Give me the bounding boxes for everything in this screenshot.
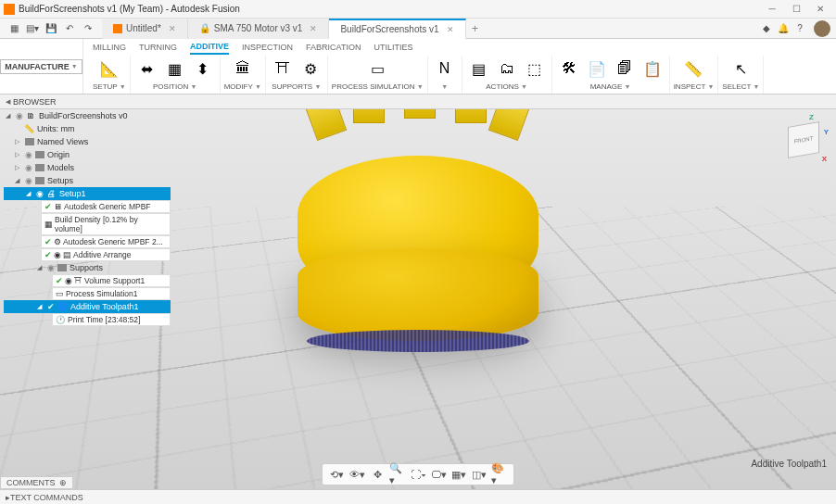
viewcube-face[interactable]: FRONT [788, 121, 819, 158]
tree-setup1[interactable]: ◢ ◉ 🖨 Setup1 [4, 187, 171, 200]
app-icon [4, 4, 15, 15]
tool-button[interactable]: ⛩ [270, 56, 296, 82]
tree-label: Autodesk Generic MPBF 2... [63, 237, 163, 246]
tree-item[interactable]: ▦Build Density [0.12% by volume] [41, 213, 171, 235]
tree-units[interactable]: 📏 Units: mm [4, 122, 171, 135]
apps-grid-icon[interactable]: ▦ [6, 20, 22, 37]
zoom-button[interactable]: 🔍▾ [389, 466, 406, 483]
fit-button[interactable]: ⛶▾ [410, 466, 426, 483]
expand-arrow-icon[interactable]: ◢ [26, 190, 33, 197]
ribbon-tab-milling[interactable]: MILLING [93, 41, 126, 54]
ribbon-tab-turning[interactable]: TURNING [139, 41, 177, 54]
visibility-icon[interactable]: ◉ [54, 250, 61, 259]
tool-button[interactable]: 🏛 [230, 56, 256, 82]
tree-models[interactable]: ▷ ◉ Models [4, 161, 171, 174]
viewport-button[interactable]: ◫▾ [471, 466, 488, 483]
grid-button[interactable]: ▦▾ [450, 466, 467, 483]
close-icon[interactable]: ✕ [447, 25, 454, 34]
tool-button[interactable]: 🗂 [494, 56, 520, 82]
extensions-button[interactable]: ◆ [758, 20, 775, 37]
ribbon-tab-inspection[interactable]: INSPECTION [242, 41, 293, 54]
orbit-button[interactable]: ⟲▾ [328, 466, 345, 483]
file-menu-button[interactable]: ▤▾ [24, 20, 41, 37]
visibility-icon[interactable]: ◉ [36, 189, 44, 198]
tree-item[interactable]: ✔⚙Autodesk Generic MPBF 2... [41, 235, 171, 248]
avatar[interactable] [814, 20, 830, 37]
tree-print-time[interactable]: 🕐Print Time [23:48:52] [52, 313, 171, 326]
tool-button[interactable]: ↖ [728, 56, 754, 82]
render-button[interactable]: 🎨▾ [491, 466, 508, 483]
view-cube[interactable]: Z Y X FRONT [780, 115, 827, 161]
expand-arrow-icon[interactable]: ▷ [15, 138, 22, 145]
ribbon-tab-additive[interactable]: ADDITIVE [190, 40, 229, 55]
axis-y-label: Y [824, 128, 829, 136]
expand-arrow-icon[interactable]: ▷ [15, 151, 22, 158]
comments-panel-toggle[interactable]: COMMENTS ⊕ [0, 476, 73, 489]
tool-button[interactable]: ▭ [364, 56, 390, 82]
visibility-icon[interactable]: ◉ [65, 276, 72, 285]
doc-tab-sma750[interactable]: 🔒 SMA 750 Motor v3 v1 ✕ [188, 19, 330, 39]
look-button[interactable]: 👁▾ [348, 466, 365, 483]
browser-header[interactable]: ◀ BROWSER [0, 94, 836, 109]
close-button[interactable]: ✕ [808, 1, 832, 18]
display-button[interactable]: 🖵▾ [430, 466, 447, 483]
workspace-switcher[interactable]: MANUFACTURE ▼ [0, 39, 83, 94]
text-commands-label[interactable]: TEXT COMMANDS [10, 493, 83, 502]
visibility-icon[interactable]: ◉ [16, 111, 23, 120]
tree-named-views[interactable]: ▷ Named Views [4, 135, 171, 148]
notifications-button[interactable]: 🔔 [775, 20, 792, 37]
tree-additive-toolpath[interactable]: ◢ ✔ 🌀 Additive Toolpath1 [4, 300, 171, 313]
doc-tab-untitled[interactable]: Untitled* ✕ [102, 19, 188, 39]
expand-arrow-icon[interactable]: ◢ [37, 264, 44, 271]
tree-item[interactable]: ✔◉▤Additive Arrange [41, 248, 171, 261]
close-icon[interactable]: ✕ [310, 24, 317, 33]
expand-arrow-icon[interactable]: ◢ [37, 303, 44, 310]
folder-icon [25, 138, 34, 145]
tool-group-label: SUPPORTS ▼ [272, 82, 321, 91]
new-tab-button[interactable]: + [466, 22, 485, 35]
tree-volume-support[interactable]: ✔◉⛩Volume Support1 [52, 274, 171, 287]
tree-root[interactable]: ◢ ◉ 🗎 BuildForScreenshots v0 [4, 109, 171, 122]
visibility-icon[interactable]: ◉ [47, 263, 55, 272]
collapse-arrow-icon[interactable]: ◀ [6, 98, 13, 106]
tool-button[interactable]: ⬚ [522, 56, 548, 82]
close-icon[interactable]: ✕ [169, 24, 176, 33]
tree-item[interactable]: ✔🖥Autodesk Generic MPBF [41, 200, 171, 213]
pan-button[interactable]: ✥ [369, 466, 386, 483]
tree-setups[interactable]: ◢ ◉ Setups [4, 174, 171, 187]
tool-button[interactable]: ⚙ [298, 56, 323, 82]
tool-button[interactable]: N [432, 56, 458, 82]
visibility-icon[interactable]: ◉ [25, 163, 32, 172]
model-3d[interactable] [298, 248, 538, 341]
tool-button[interactable]: ▤ [466, 56, 492, 82]
ribbon-tab-utilities[interactable]: UTILITIES [374, 41, 412, 54]
redo-button[interactable]: ↷ [80, 20, 96, 37]
tool-button[interactable]: 🗐 [612, 56, 638, 82]
tool-button[interactable]: 📐 [96, 56, 122, 82]
tool-button[interactable]: ⬌ [134, 56, 160, 82]
visibility-icon[interactable]: ◉ [25, 176, 32, 185]
tool-button[interactable]: ⬍ [190, 56, 216, 82]
expand-arrow-icon[interactable]: ◢ [6, 112, 13, 120]
tree-label: BuildForScreenshots v0 [39, 111, 128, 120]
tree-supports[interactable]: ◢ ◉ Supports [4, 261, 171, 274]
help-button[interactable]: ? [792, 20, 808, 37]
doc-tab-buildforscreenshots[interactable]: BuildForScreenshots v1 ✕ [329, 19, 465, 39]
tool-button[interactable]: 📏 [680, 56, 706, 82]
minimize-button[interactable]: ─ [760, 1, 784, 18]
tool-button[interactable]: 📋 [640, 56, 665, 82]
maximize-button[interactable]: ☐ [784, 1, 808, 18]
save-button[interactable]: 💾 [43, 20, 59, 37]
undo-button[interactable]: ↶ [61, 20, 78, 37]
tree-origin[interactable]: ▷ ◉ Origin [4, 148, 171, 161]
tool-group-label: ▼ [441, 82, 448, 91]
tool-button[interactable]: ▦ [162, 56, 188, 82]
tool-button[interactable]: 🛠 [556, 56, 582, 82]
visibility-icon[interactable]: ◉ [25, 150, 32, 159]
expand-arrow-icon[interactable]: ◢ [15, 177, 22, 184]
expand-arrow-icon[interactable]: ▷ [15, 164, 22, 171]
tool-group-misc: N ▼ [428, 56, 462, 94]
ribbon-tab-fabrication[interactable]: FABRICATION [306, 41, 361, 54]
tree-process-sim[interactable]: ▭Process Simulation1 [52, 287, 171, 300]
tool-button[interactable]: 📄 [584, 56, 610, 82]
